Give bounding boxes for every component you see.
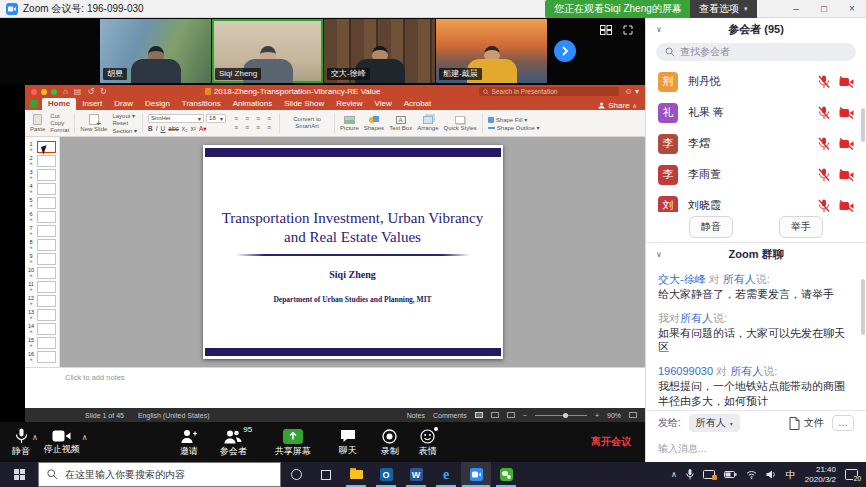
tab-acrobat[interactable]: Acrobat <box>398 98 438 110</box>
slide-thumbnail-4[interactable]: 4★ <box>25 182 59 196</box>
strikethrough-button[interactable]: abc <box>168 125 178 132</box>
participants-scrollbar[interactable] <box>861 108 865 142</box>
slide-thumbnail-7[interactable]: 7★ <box>25 224 59 238</box>
new-slide-button[interactable]: New Slide <box>80 114 107 132</box>
tab-home[interactable]: Home <box>42 98 76 110</box>
slide-sorter-icon[interactable] <box>491 412 499 418</box>
title-slide[interactable]: Transportation Investment, Urban Vibranc… <box>203 145 503 359</box>
zoom-percent-label[interactable]: 90% <box>607 412 621 419</box>
italic-button[interactable]: I <box>156 125 158 132</box>
tab-animations[interactable]: Animations <box>227 98 279 110</box>
tray-battery-icon[interactable] <box>724 471 737 478</box>
send-file-button[interactable]: 文件 <box>789 416 824 430</box>
reset-button[interactable]: Reset <box>112 120 137 126</box>
more-options-button[interactable]: … <box>832 415 854 431</box>
fit-slide-icon[interactable] <box>629 412 637 418</box>
participant-row[interactable]: 荆 荆丹悦 <box>646 66 866 97</box>
superscript-button[interactable]: x² <box>191 125 196 132</box>
paste-button[interactable]: Paste <box>30 114 45 132</box>
outlook-button[interactable]: O <box>371 462 401 487</box>
section-button[interactable]: Section ▾ <box>112 127 137 134</box>
video-tile-3[interactable]: 交大-徐峰 <box>324 19 435 83</box>
slide-thumbnail-13[interactable]: 13★ <box>25 308 59 322</box>
chat-scrollbar[interactable] <box>861 279 865 335</box>
next-videos-button[interactable] <box>554 40 576 62</box>
tab-transitions[interactable]: Transitions <box>176 98 227 110</box>
view-options-button[interactable]: 查看选项▾ <box>690 0 757 18</box>
slideshow-icon[interactable] <box>507 412 515 418</box>
copy-button[interactable]: Copy <box>50 120 69 126</box>
participant-row[interactable]: 礼 礼果 蒋 <box>646 97 866 128</box>
slide-thumbnail-5[interactable]: 5★ <box>25 196 59 210</box>
video-off-icon[interactable] <box>839 200 854 212</box>
mac-zoom-button[interactable] <box>51 89 57 95</box>
notes-pane[interactable]: Click to add notes <box>25 367 645 408</box>
file-explorer-button[interactable] <box>341 462 371 487</box>
ppt-search-field[interactable]: Search in Presentation <box>479 87 619 96</box>
slide-thumbnail-12[interactable]: 12★ <box>25 294 59 308</box>
redo-icon[interactable]: ↻ <box>100 88 107 96</box>
subscript-button[interactable]: x₂ <box>182 125 188 132</box>
invite-button[interactable]: 邀请 <box>174 422 204 462</box>
zoom-out-button[interactable]: − <box>523 412 527 419</box>
bold-button[interactable]: B <box>148 125 153 132</box>
action-center-button[interactable]: 20 <box>845 469 858 480</box>
picture-button[interactable]: Picture <box>340 116 359 131</box>
mic-muted-icon[interactable] <box>818 137 830 151</box>
tab-insert[interactable]: Insert <box>76 98 108 110</box>
participant-search-field[interactable]: 查找参会者 <box>656 43 856 61</box>
participant-row[interactable]: 李 李雨萱 <box>646 159 866 190</box>
collapse-participants-icon[interactable]: ∨ <box>656 25 670 34</box>
font-size-select[interactable]: 18▾ <box>206 114 226 123</box>
tray-speaker-icon[interactable] <box>766 470 777 479</box>
undo-icon[interactable]: ↺ <box>87 88 94 96</box>
participant-row[interactable]: 李 李熠 <box>646 128 866 159</box>
mac-minimize-button[interactable] <box>41 89 47 95</box>
share-screen-button[interactable]: 共享屏幕 <box>269 422 317 462</box>
close-button[interactable]: × <box>838 0 866 18</box>
slide-thumbnail-15[interactable]: 15★ <box>25 336 59 350</box>
tray-mic-icon[interactable] <box>686 469 694 480</box>
taskbar-clock[interactable]: 21:40 2020/3/2 <box>805 465 836 485</box>
participants-button[interactable]: 95 参会者 <box>214 422 253 462</box>
normal-view-icon[interactable] <box>475 412 483 418</box>
cortana-button[interactable] <box>281 462 311 487</box>
tab-draw[interactable]: Draw <box>108 98 139 110</box>
slide-thumbnail-9[interactable]: 9★ <box>25 252 59 266</box>
slide-thumbnail-8[interactable]: 8★ <box>25 238 59 252</box>
start-button[interactable] <box>0 462 38 487</box>
video-tile-1[interactable]: 胡昱 <box>100 19 211 83</box>
video-off-icon[interactable] <box>839 76 854 88</box>
maximize-button[interactable]: □ <box>810 0 838 18</box>
shape-outline-button[interactable]: Shape Outline ▾ <box>488 124 540 131</box>
shapes-button[interactable]: Shapes <box>364 116 384 131</box>
fullscreen-icon[interactable] <box>623 25 633 35</box>
task-view-button[interactable] <box>311 462 341 487</box>
language-label[interactable]: English (United States) <box>138 412 210 419</box>
slide-thumbnail-2[interactable]: 2★ <box>25 154 59 168</box>
reactions-button[interactable]: 表情 <box>413 422 443 462</box>
mac-close-button[interactable] <box>31 89 37 95</box>
mute-participant-button[interactable]: 静音 <box>689 216 733 238</box>
layout-button[interactable]: Layout ▾ <box>112 112 137 119</box>
tab-review[interactable]: Review <box>330 98 368 110</box>
video-off-icon[interactable] <box>839 138 854 150</box>
mic-muted-icon[interactable] <box>818 168 830 182</box>
chat-input[interactable]: 输入消息... <box>646 435 866 456</box>
raise-hand-button[interactable]: 举手 <box>779 216 823 238</box>
slide-thumbnail-panel[interactable]: 1★2★3★4★5★6★7★8★9★10★11★12★13★14★15★16★ <box>25 137 60 367</box>
chat-message-list[interactable]: 交大-徐峰 对 所有人说: 给大家静音了，若需要发言，请举手 我对所有人说: 如… <box>646 265 866 415</box>
gallery-view-icon[interactable] <box>600 25 612 35</box>
leave-meeting-button[interactable]: 离开会议 <box>591 435 631 449</box>
participant-row[interactable]: 刘 刘晓霞 <box>646 190 866 212</box>
cut-button[interactable]: Cut <box>50 113 69 119</box>
shape-fill-button[interactable]: Shape Fill ▾ <box>488 116 540 123</box>
slide-thumbnail-14[interactable]: 14★ <box>25 322 59 336</box>
zoom-taskbar-button[interactable] <box>461 462 491 487</box>
tab-slide-show[interactable]: Slide Show <box>278 98 330 110</box>
ppt-share-button[interactable]: Share∧ <box>598 101 637 110</box>
feedback-smiley-icon[interactable]: ☺ ▾ <box>625 88 639 96</box>
slide-thumbnail-6[interactable]: 6★ <box>25 210 59 224</box>
font-color-button[interactable]: A▾ <box>199 125 207 133</box>
mac-window-buttons[interactable] <box>31 89 57 95</box>
